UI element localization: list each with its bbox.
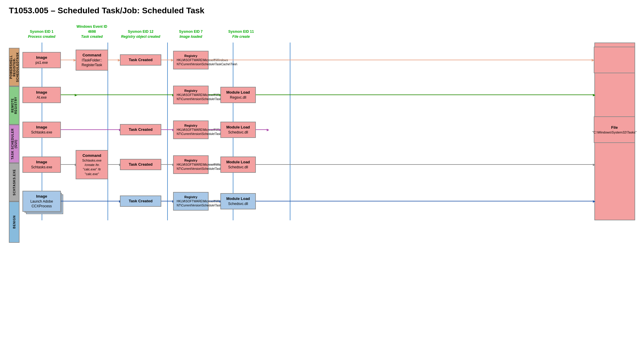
node-tsg-registry: Registry HKLM\SOFTWARE\Microsoft\Windows… (173, 120, 209, 139)
node-benign-task-created: Task Created (120, 196, 161, 207)
node-ps-registry: Registry HKLM\SOFTWARE\Microsoft\Windows… (173, 51, 209, 69)
sidebar-item-remote-registry: REMOTE REGISTRY (9, 86, 19, 125)
col-header-sysmon11: Sysmon EID 11File create (220, 29, 262, 39)
node-tsg-image: Image Schtasks.exe (22, 122, 61, 138)
node-sc-registry: Registry HKLM\SOFTWARE\Microsoft\Windows… (173, 155, 209, 174)
sidebar-item-task-scheduler: TASK SCHEDULER (GUI) (9, 125, 19, 163)
main-content: Sysmon EID 1Process created Windows Even… (22, 24, 635, 220)
node-ps-task-created: Task Created (120, 54, 161, 66)
node-sc-task-created: Task Created (120, 159, 161, 170)
row-benign: Image Launch Adobe CCXProcess ▶ (22, 182, 635, 220)
col-header-sysmon7: Sysmon EID 7Image loaded (173, 29, 209, 39)
node-rr-modload: Module Load Regsvc.dll (220, 87, 256, 103)
diagram: POWERSHELL REGISTER-SCHEDULEDTASK REMOTE… (9, 24, 635, 243)
sidebar-item-schtasks: SCHTASKS.EXE (9, 163, 19, 201)
col-header-sysmon1: Sysmon EID 1Process created (22, 29, 61, 39)
page-title: T1053.005 – Scheduled Task/Job: Schedule… (9, 6, 635, 15)
col-header-wev4698: Windows Event ID 4698Task created (76, 24, 108, 39)
node-tsg-task-created: Task Created (120, 124, 161, 135)
col-header-sysmon12: Sysmon EID 12Registry object created (120, 29, 161, 39)
row-task-scheduler: Image Schtasks.exe ▶ (22, 112, 635, 147)
node-ps-image: Image ps1.exe (22, 52, 61, 68)
node-benign-modload: Module Load Schedsvc.dll (220, 193, 256, 209)
node-benign-image: Image Launch Adobe CCXProcess (22, 191, 61, 212)
node-rr-registry: Registry HKLM\SOFTWARE\Microsoft\Windows… (173, 86, 209, 104)
row-schtasks: Image Schtasks.exe ▶ Command Schtasks.ex… (22, 147, 635, 182)
node-sc-modload: Module Load Schedsvc.dll (220, 157, 256, 173)
row-remote-registry: Image At.exe ▶ (22, 77, 635, 112)
node-sc-image: Image Schtasks.exe (22, 157, 61, 173)
node-ps-command: Command ITaskFolder::RegisterTask (76, 50, 108, 71)
node-benign-registry: Registry HKLM\SOFTWARE\Microsoft\Windows… (173, 192, 209, 211)
node-rr-image: Image At.exe (22, 87, 61, 103)
node-sc-command: Command Schtasks.exe /create /tn "calc.e… (76, 150, 108, 180)
sidebar-item-powershell: POWERSHELL REGISTER-SCHEDULEDTASK (9, 48, 19, 86)
sidebar-item-benign: BENIGN (9, 201, 19, 243)
node-tsg-modload: Module Load Schedsvc.dll (220, 122, 256, 138)
sidebar: POWERSHELL REGISTER-SCHEDULEDTASK REMOTE… (9, 24, 19, 243)
row-powershell: Image ps1.exe Command ITaskFolder::Regis… (22, 43, 635, 77)
